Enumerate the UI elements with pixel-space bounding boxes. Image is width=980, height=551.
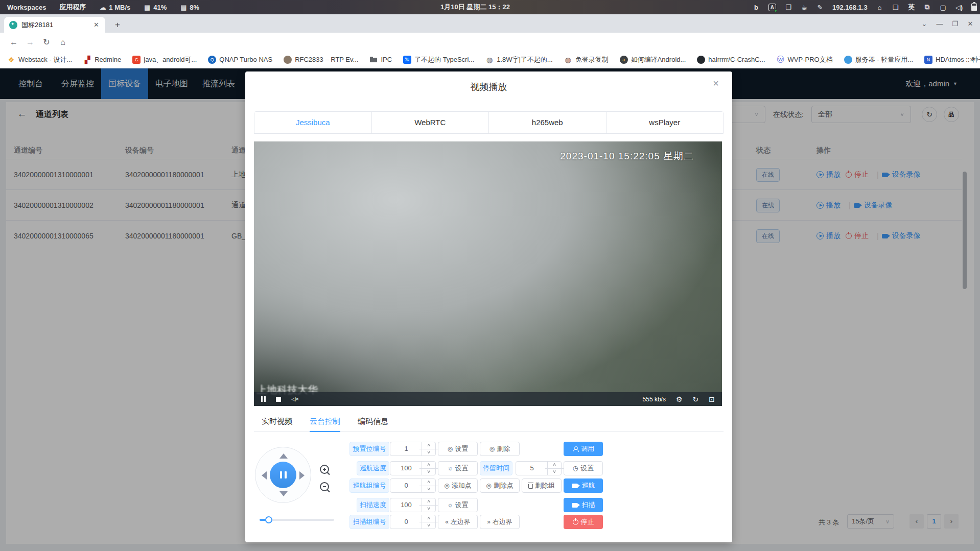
screen-icon[interactable]: ▢ [940,3,947,11]
bookmark-item[interactable]: ❖Webstack - 设计... [7,55,72,64]
ptz-stop-pause-button[interactable] [270,462,296,488]
bookmark-item[interactable]: QQNAP Turbo NAS [208,56,272,64]
player-tab-jessibuca[interactable]: Jessibuca [254,112,372,133]
ptz-number-input[interactable]: 0∧∨ [390,478,436,493]
ptz-action-调用[interactable]: 调用 [564,442,603,456]
bookmark-item[interactable]: Cjava、android可... [132,55,197,64]
volume-icon[interactable]: ◁) [955,3,963,11]
number-stepper[interactable]: ∧∨ [422,442,435,456]
zoom-out-button[interactable] [318,481,332,494]
minimize-icon[interactable]: — [932,20,947,28]
fullscreen-icon[interactable]: ⊡ [709,395,715,403]
bookmark-item[interactable]: a如何编译Android... [620,55,686,64]
bookmark-item[interactable]: ◍免登录复制 [564,55,609,64]
zoom-in-button[interactable] [318,464,332,477]
bookmark-favicon: ◍ [485,56,494,64]
ptz-left-button[interactable] [262,471,267,480]
pause-icon[interactable] [261,396,266,402]
reload-stream-icon[interactable]: ↻ [693,395,699,403]
window-switcher-icon[interactable]: ❏ [892,3,899,11]
bookmark-label: Redmine [95,56,121,63]
ptz-form-row: 巡航速度100∧∨☼设置停留时间5∧∨◷设置 [347,461,604,475]
ptz-button-右边界[interactable]: »右边界 [480,515,520,529]
ptz-form-row: 扫描速度100∧∨☼设置扫描 [347,498,604,512]
ptz-button-设置[interactable]: ◎设置 [438,442,478,456]
ptz-button-删除组[interactable]: 删除组 [522,478,562,493]
stop-icon[interactable] [276,397,281,402]
home-icon[interactable]: ⌂ [876,3,883,11]
display-mirror-icon[interactable]: ⧉ [924,3,931,11]
ptz-number-input[interactable]: 1∧∨ [390,442,436,456]
number-stepper[interactable]: ∧∨ [422,479,435,492]
new-tab-button[interactable]: + [111,19,124,31]
bookmark-item[interactable]: ◍1.8W字|了不起的... [485,55,553,64]
number-stepper[interactable]: ∧∨ [422,498,435,512]
forward-icon[interactable]: → [24,36,37,49]
back-icon[interactable]: ← [7,36,20,49]
restore-icon[interactable]: ❐ [947,20,963,28]
slider-handle[interactable] [265,516,272,523]
ptz-action-扫描[interactable]: 扫描 [564,498,603,512]
bookmark-label: 了不起的 TypeScri... [414,55,474,64]
ptz-button-添加点[interactable]: ◎添加点 [438,478,478,493]
bookmark-item[interactable]: hairrrrr/C-CrashC... [697,56,765,64]
ptz-button-删除[interactable]: ◎删除 [480,442,520,456]
bookmark-item[interactable]: ▞Redmine [83,56,121,64]
clock[interactable]: 1月10日 星期二 15：22 [388,3,562,12]
field-tag: 预置位编号 [349,442,389,456]
sub-tab[interactable]: 云台控制 [310,413,340,432]
bookmark-item[interactable]: RFC2833 – RTP Ev... [284,56,358,64]
bookmark-item[interactable]: ⓌWVP-PRO文档 [777,55,833,64]
tweak-tool-icon[interactable]: ✎ [816,3,824,11]
number-stepper[interactable]: ∧∨ [547,462,561,475]
ptz-action-巡航[interactable]: 巡航 [564,478,603,493]
home-icon[interactable]: ⌂ [56,36,69,49]
ptz-button-左边界[interactable]: «左边界 [438,515,478,529]
ptz-action-设置[interactable]: ◷设置 [564,461,603,475]
number-stepper[interactable]: ∧∨ [422,462,435,475]
ptz-speed-slider[interactable] [260,517,334,523]
ptz-button-删除点[interactable]: ◎删除点 [480,478,520,493]
ip-address[interactable]: 192.168.1.3 [832,3,868,11]
battery-icon[interactable] [971,3,977,11]
ptz-action-停止[interactable]: 停止 [564,515,603,529]
tab-close-icon[interactable]: ✕ [92,21,100,29]
video-player[interactable]: 2023-01-10 15:22:05 星期二 上地科技大华 ◁× 555 kb… [254,141,722,406]
sub-tab[interactable]: 编码信息 [358,413,388,432]
ptz-button-设置[interactable]: ☼设置 [438,498,478,512]
volume-muted-icon[interactable]: ◁× [291,396,299,402]
bookmark-item[interactable]: IPC [369,56,392,64]
bookmark-item[interactable]: 知了不起的 TypeScri... [403,55,474,64]
player-tab-h265web[interactable]: h265web [489,112,606,133]
ptz-number-input[interactable]: 100∧∨ [390,461,436,475]
close-icon[interactable]: × [710,78,722,89]
browser-tab[interactable]: 国标28181 ✕ [4,17,105,33]
timer-icon: ◷ [573,465,578,471]
reload-icon[interactable]: ↻ [40,36,53,49]
bookmark-item[interactable]: 服务器 - 轻量应用... [844,55,913,64]
tab-search-icon[interactable]: ⌄ [917,20,932,28]
settings-gear-icon[interactable]: ⚙ [676,395,683,403]
player-tab-wsplayer[interactable]: wsPlayer [606,112,724,133]
keyboard-layout-indicator[interactable]: 英 [908,3,915,11]
workspaces-button[interactable]: Workspaces [7,4,46,11]
ptz-right-button[interactable] [299,471,305,480]
input-method-icon[interactable]: A [768,4,776,11]
clipboard-icon[interactable]: ❐ [785,3,792,11]
ptz-up-button[interactable] [279,453,288,459]
bookmarks-overflow-icon[interactable]: » [970,55,974,63]
player-tab-webrtc[interactable]: WebRTC [372,112,489,133]
ptz-down-button[interactable] [279,491,288,496]
angle-right-icon: » [487,519,491,525]
caffeine-icon[interactable]: ☕ [801,3,808,11]
number-stepper[interactable]: ∧∨ [422,515,435,529]
ptz-number-input[interactable]: 100∧∨ [390,498,436,512]
ptz-number-input[interactable]: 5∧∨ [516,461,562,475]
launcher-icon[interactable]: b [753,3,760,11]
bookmark-label: hairrrrr/C-CrashC... [708,56,765,63]
sub-tab[interactable]: 实时视频 [262,413,292,432]
ptz-button-设置[interactable]: ☼设置 [438,461,478,475]
applications-button[interactable]: 应用程序 [59,3,86,12]
close-window-icon[interactable]: ✕ [963,20,978,28]
ptz-number-input[interactable]: 0∧∨ [390,515,436,529]
